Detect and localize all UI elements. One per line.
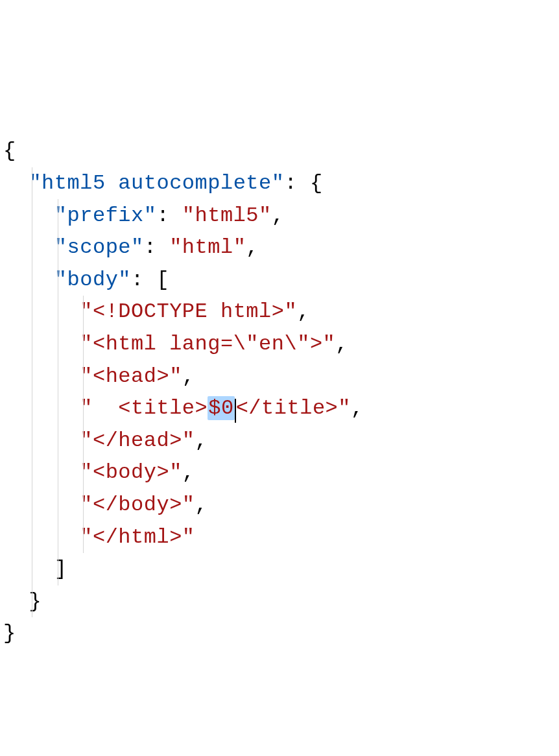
punctuation-token: , bbox=[272, 204, 285, 228]
code-line[interactable]: "</head>", bbox=[3, 425, 556, 457]
punctuation-token: , bbox=[335, 332, 348, 356]
selected-text[interactable]: $0 bbox=[208, 396, 234, 420]
json-string-token: "</body>" bbox=[80, 493, 195, 517]
json-string-token: "<!DOCTYPE html>" bbox=[80, 300, 297, 324]
punctuation-token: { bbox=[3, 139, 16, 163]
json-string-token: "html" bbox=[169, 235, 246, 259]
punctuation-token: , bbox=[246, 235, 259, 259]
punctuation-token: , bbox=[182, 364, 195, 388]
code-line[interactable]: } bbox=[3, 617, 556, 650]
code-line[interactable]: } bbox=[3, 585, 556, 618]
code-line[interactable]: "<html lang=\"en\">", bbox=[3, 328, 556, 360]
punctuation-token: : [ bbox=[131, 268, 169, 292]
json-string-token: " <title> bbox=[80, 396, 208, 420]
json-key-token: "prefix" bbox=[54, 204, 157, 228]
code-line[interactable]: "html5 autocomplete": { bbox=[3, 167, 556, 200]
punctuation-token: } bbox=[29, 589, 42, 613]
code-line[interactable]: { bbox=[3, 135, 556, 167]
code-editor[interactable]: { "html5 autocomplete": { "prefix": "htm… bbox=[3, 135, 556, 650]
code-line[interactable]: "scope": "html", bbox=[3, 231, 556, 264]
text-cursor bbox=[235, 399, 236, 423]
code-line[interactable]: "<body>", bbox=[3, 456, 556, 489]
json-key-token: "html5 autocomplete" bbox=[29, 171, 284, 195]
punctuation-token: , bbox=[195, 493, 208, 517]
punctuation-token: } bbox=[3, 621, 16, 645]
json-string-token: "</html>" bbox=[80, 525, 195, 549]
punctuation-token: , bbox=[297, 300, 310, 324]
punctuation-token: : { bbox=[284, 171, 322, 195]
code-line[interactable]: "</body>", bbox=[3, 489, 556, 521]
json-string-token: </title>" bbox=[236, 396, 351, 420]
code-line[interactable]: " <title>$0</title>", bbox=[3, 392, 556, 425]
json-key-token: "scope" bbox=[54, 235, 144, 259]
code-line[interactable]: "<head>", bbox=[3, 360, 556, 393]
punctuation-token: , bbox=[195, 429, 208, 453]
code-line[interactable]: ] bbox=[3, 553, 556, 585]
punctuation-token: , bbox=[351, 396, 364, 420]
json-string-token: "<body>" bbox=[80, 460, 182, 484]
code-line[interactable]: "</html>" bbox=[3, 521, 556, 554]
punctuation-token: : bbox=[156, 204, 182, 228]
json-string-token: "</head>" bbox=[80, 429, 195, 453]
punctuation-token: ] bbox=[54, 557, 67, 581]
code-line[interactable]: "body": [ bbox=[3, 264, 556, 296]
punctuation-token: : bbox=[144, 235, 169, 259]
json-string-token: "<html lang=\"en\">" bbox=[80, 332, 335, 356]
json-string-token: "html5" bbox=[182, 204, 272, 228]
json-string-token: "<head>" bbox=[80, 364, 182, 388]
json-key-token: "body" bbox=[54, 268, 131, 292]
code-line[interactable]: "<!DOCTYPE html>", bbox=[3, 296, 556, 328]
code-line[interactable]: "prefix": "html5", bbox=[3, 200, 556, 232]
punctuation-token: , bbox=[182, 460, 195, 484]
